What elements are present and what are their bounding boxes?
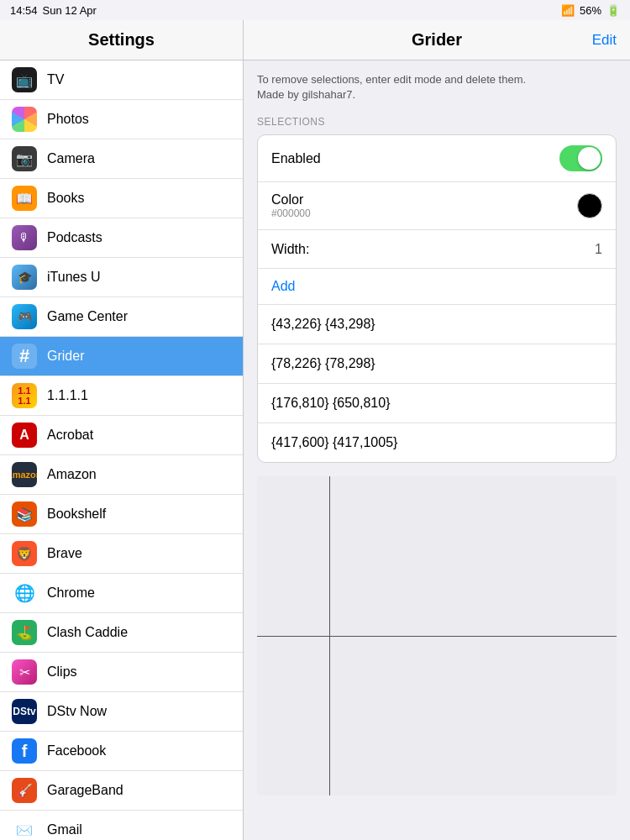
podcasts-icon: 🎙	[12, 225, 37, 250]
sidebar-item-itunes[interactable]: 🎓 iTunes U	[0, 258, 243, 297]
grider-content: To remove selections, enter edit mode an…	[244, 60, 630, 840]
chrome-icon: 🌐	[12, 580, 37, 606]
clashcaddie-label: Clash Caddie	[47, 625, 128, 640]
sidebar-item-brave[interactable]: 🦁 Brave	[0, 534, 243, 574]
grider-icon: #	[12, 344, 37, 369]
color-value: #000000	[271, 207, 311, 219]
tv-icon: 📺	[12, 67, 37, 92]
selection-value-2: {176,810} {650,810}	[271, 396, 391, 411]
enabled-label: Enabled	[271, 151, 321, 166]
sidebar-item-books[interactable]: 📖 Books	[0, 179, 243, 218]
grider-header: Grider Edit	[244, 20, 630, 60]
status-bar: 14:54 Sun 12 Apr 📶 56% 🔋	[0, 0, 630, 20]
facebook-label: Facebook	[47, 743, 106, 759]
sidebar-item-gmail[interactable]: ✉️ Gmail	[0, 811, 243, 840]
sidebar-item-clashcaddie[interactable]: ⛳ Clash Caddie	[0, 613, 243, 653]
acrobat-label: Acrobat	[47, 428, 93, 443]
clips-label: Clips	[47, 664, 77, 680]
enabled-toggle[interactable]	[559, 145, 602, 171]
sidebar-item-bookshelf[interactable]: 📚 Bookshelf	[0, 495, 243, 534]
camera-label: Camera	[47, 151, 95, 166]
settings-group: Enabled Color #000000 Width: 1	[257, 134, 617, 463]
sidebar-item-gamecenter[interactable]: 🎮 Game Center	[0, 297, 243, 337]
gamecenter-label: Game Center	[47, 309, 128, 324]
bookshelf-icon: 📚	[12, 501, 37, 527]
books-icon: 📖	[12, 186, 37, 211]
photos-icon	[12, 107, 37, 132]
info-line2: Made by gilshahar7.	[257, 88, 355, 101]
wifi-icon: 📶	[561, 4, 575, 17]
sidebar-item-acrobat[interactable]: A Acrobat	[0, 416, 243, 455]
add-label[interactable]: Add	[271, 279, 295, 294]
grid-line-horizontal	[257, 636, 617, 637]
podcasts-label: Podcasts	[47, 230, 102, 245]
grid-preview	[257, 476, 617, 795]
status-time: 14:54	[10, 4, 38, 17]
width-label: Width:	[271, 242, 309, 257]
color-row-left: Color #000000	[271, 192, 311, 219]
1111-icon: 1.11.1	[12, 383, 37, 408]
sidebar-item-photos[interactable]: Photos	[0, 100, 243, 139]
selections-section-label: SELECTIONS	[244, 111, 630, 131]
sidebar-item-tv[interactable]: 📺 TV	[0, 60, 243, 100]
brave-label: Brave	[47, 546, 82, 561]
grider-label: Grider	[47, 349, 84, 364]
settings-header: Settings	[0, 20, 243, 60]
sidebar-item-podcasts[interactable]: 🎙 Podcasts	[0, 218, 243, 258]
settings-panel: Settings 📺 TV Photos 📷 Camera 📖 Books	[0, 20, 244, 840]
color-label: Color	[271, 192, 311, 207]
books-label: Books	[47, 191, 84, 206]
add-row[interactable]: Add	[258, 269, 616, 305]
sidebar-item-grider[interactable]: # Grider	[0, 337, 243, 376]
chrome-label: Chrome	[47, 585, 95, 601]
brave-icon: 🦁	[12, 541, 37, 566]
color-row[interactable]: Color #000000	[258, 182, 616, 230]
sidebar-item-dstv[interactable]: DStv DStv Now	[0, 692, 243, 732]
acrobat-icon: A	[12, 423, 37, 448]
settings-list: 📺 TV Photos 📷 Camera 📖 Books 🎙 Podcasts	[0, 60, 243, 840]
width-row: Width: 1	[258, 230, 616, 269]
width-value: 1	[595, 242, 602, 257]
status-date: Sun 12 Apr	[43, 4, 97, 17]
info-text: To remove selections, enter edit mode an…	[244, 60, 630, 111]
garageband-icon: 🎸	[12, 778, 37, 803]
dstv-label: DStv Now	[47, 704, 107, 719]
sidebar-item-garageband[interactable]: 🎸 GarageBand	[0, 771, 243, 811]
enabled-row: Enabled	[258, 135, 616, 182]
itunes-icon: 🎓	[12, 265, 37, 290]
battery-icon: 🔋	[606, 4, 620, 17]
selection-row-2: {176,810} {650,810}	[258, 384, 616, 423]
1111-label: 1.1.1.1	[47, 388, 88, 403]
edit-button[interactable]: Edit	[592, 32, 617, 49]
bookshelf-label: Bookshelf	[47, 507, 106, 522]
tv-label: TV	[47, 72, 64, 87]
selection-value-1: {78,226} {78,298}	[271, 356, 375, 371]
dstv-icon: DStv	[12, 699, 37, 724]
battery-percentage: 56%	[580, 4, 601, 17]
gmail-icon: ✉️	[12, 817, 37, 840]
clips-icon: ✂	[12, 659, 37, 685]
selection-row-3: {417,600} {417,1005}	[258, 423, 616, 462]
selection-value-0: {43,226} {43,298}	[271, 317, 375, 332]
selection-row-1: {78,226} {78,298}	[258, 344, 616, 384]
amazon-label: Amazon	[47, 467, 97, 482]
grid-line-vertical	[329, 476, 330, 795]
sidebar-item-chrome[interactable]: 🌐 Chrome	[0, 574, 243, 613]
sidebar-item-clips[interactable]: ✂ Clips	[0, 653, 243, 692]
selection-value-3: {417,600} {417,1005}	[271, 435, 397, 450]
photos-label: Photos	[47, 112, 89, 127]
info-line1: To remove selections, enter edit mode an…	[257, 73, 526, 86]
grider-panel: Grider Edit To remove selections, enter …	[244, 20, 630, 840]
facebook-icon: f	[12, 738, 37, 764]
sidebar-item-facebook[interactable]: f Facebook	[0, 732, 243, 771]
sidebar-item-amazon[interactable]: amazon Amazon	[0, 455, 243, 495]
gmail-label: Gmail	[47, 822, 82, 837]
grider-title: Grider	[412, 30, 462, 50]
app-container: Settings 📺 TV Photos 📷 Camera 📖 Books	[0, 20, 630, 840]
color-swatch[interactable]	[577, 193, 602, 218]
itunes-label: iTunes U	[47, 270, 100, 285]
sidebar-item-camera[interactable]: 📷 Camera	[0, 139, 243, 179]
selection-row-0: {43,226} {43,298}	[258, 305, 616, 344]
sidebar-item-1111[interactable]: 1.11.1 1.1.1.1	[0, 376, 243, 416]
clashcaddie-icon: ⛳	[12, 620, 37, 645]
